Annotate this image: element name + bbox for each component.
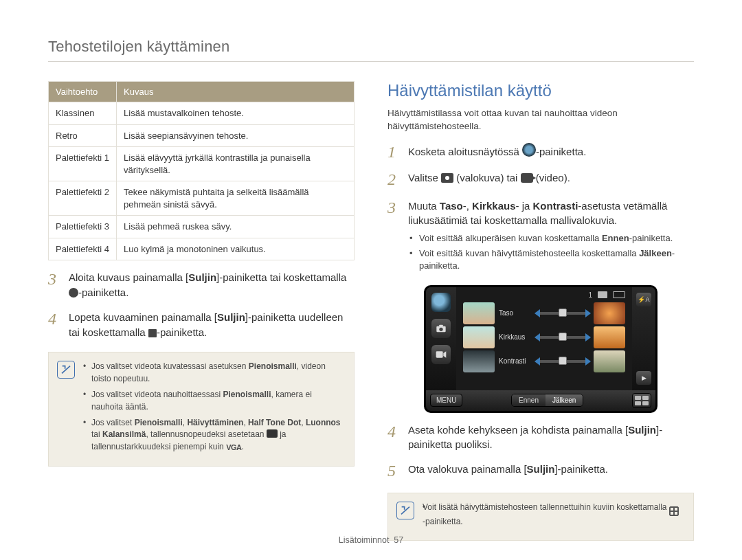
slider-taso[interactable]: Taso	[463, 302, 625, 324]
tab-before[interactable]: Ennen	[512, 394, 546, 406]
sample-after-thumb[interactable]	[594, 302, 625, 324]
page-footer: Lisätoiminnot 57	[0, 535, 742, 545]
playback-icon[interactable]: ▶	[636, 371, 651, 385]
slider-track[interactable]	[536, 312, 589, 315]
right-column: Häivyttämistilan käyttö Häivyttämistilas…	[387, 81, 694, 541]
cell-desc: Lisää mustavalkoinen tehoste.	[117, 102, 355, 125]
text: Valitse	[408, 172, 441, 183]
effects-table: Vaihtoehto Kuvaus KlassinenLisää mustava…	[48, 81, 355, 260]
step-body: Aloita kuvaus painamalla [Suljin]-painik…	[69, 270, 355, 300]
text: Lopeta kuvaaminen painamalla [	[69, 311, 217, 323]
cell-opt: Palettiefekti 3	[49, 216, 117, 238]
left-step-3: 3 Aloita kuvaus painamalla [Suljin]-pain…	[48, 270, 355, 300]
camera-icon[interactable]	[431, 319, 451, 338]
cell-opt: Palettiefekti 2	[49, 181, 117, 216]
cell-desc: Luo kylmä ja monotoninen vaikutus.	[117, 238, 355, 260]
slider-track[interactable]	[536, 360, 589, 363]
left-note-box: Jos valitset videota kuvatessasi asetuks…	[48, 352, 355, 467]
right-step-2: 2 Valitse (valokuva) tai (video).	[387, 170, 694, 188]
step-number: 3	[48, 270, 62, 300]
thumbnail-grid-button[interactable]	[632, 393, 651, 408]
page-title-rule	[48, 61, 694, 62]
text: tai	[91, 429, 102, 439]
right-step-5: 5 Ota valokuva painamalla [Suljin]-paini…	[387, 462, 694, 480]
right-note-box: Voit lisätä häivyttämistehosteen tallenn…	[387, 493, 694, 541]
before-after-tabs[interactable]: Ennen Jälkeen	[511, 394, 583, 407]
menu-button[interactable]: MENU	[430, 394, 462, 407]
note-item: Voit lisätä häivyttämistehosteen tallenn…	[423, 502, 684, 528]
step-number: 1	[387, 143, 401, 161]
text: .	[241, 442, 243, 451]
text: -painiketta.	[423, 517, 463, 526]
footer-page-number: 57	[394, 535, 403, 545]
slider-knob[interactable]	[559, 333, 567, 341]
text: Muuta	[408, 200, 440, 212]
step-number: 5	[387, 462, 401, 480]
stop-square-icon	[148, 329, 157, 337]
sample-after-thumb[interactable]	[594, 350, 625, 372]
slider-knob[interactable]	[559, 309, 567, 317]
video-icon	[521, 173, 533, 183]
text-bold: Kontrasti	[533, 200, 578, 212]
page-title: Tehostetilojen käyttäminen	[48, 38, 694, 56]
left-column: Vaihtoehto Kuvaus KlassinenLisää mustava…	[48, 81, 355, 541]
thumbnail-grid-icon	[669, 506, 679, 516]
cell-opt: Retro	[49, 124, 117, 147]
camera-icon	[441, 173, 453, 183]
text-bold: Kalansilmä	[102, 429, 146, 439]
text: - ja	[515, 200, 532, 212]
video-icon[interactable]	[431, 345, 451, 364]
text: ,	[301, 418, 306, 427]
left-step-4: 4 Lopeta kuvaaminen painamalla [Suljin]-…	[48, 310, 355, 340]
text: Ota valokuva painamalla [	[408, 463, 527, 475]
cell-desc: Lisää pehmeä ruskea sävy.	[117, 216, 355, 238]
text-bold: Suljin	[217, 311, 245, 323]
step-body: Aseta kohde kehykseen ja kohdista painam…	[408, 423, 694, 453]
sample-before-thumb[interactable]	[463, 302, 495, 324]
text-bold: Pienoismalli	[223, 390, 271, 399]
sub-bullet: Voit esittää kuvan häivyttämistehosteell…	[409, 247, 694, 272]
slider-knob[interactable]	[559, 357, 567, 365]
vignette-mode-icon[interactable]	[431, 293, 451, 312]
text-bold: Taso	[440, 200, 463, 212]
slider-track[interactable]	[536, 336, 589, 339]
slider-label: Kirkkaus	[499, 333, 532, 341]
th-option: Vaihtoehto	[49, 82, 117, 102]
flash-auto-icon[interactable]: ⚡A	[636, 293, 651, 306]
tab-after[interactable]: Jälkeen	[546, 394, 583, 406]
text: , tallennusnopeudeksi asetetaan	[146, 429, 266, 439]
text: Voit esittää kuvan häivyttämistehosteell…	[419, 248, 639, 258]
slider-kontrasti[interactable]: Kontrasti	[463, 350, 625, 372]
step-number: 2	[387, 170, 401, 188]
camera-right-panel: ⚡A ▶	[632, 287, 655, 390]
text-bold: Pienoismalli	[249, 361, 297, 371]
text: ]-painiketta tai koskettamalla	[216, 271, 346, 283]
step-body: Valitse (valokuva) tai (video).	[408, 170, 694, 188]
sample-before-thumb[interactable]	[463, 350, 495, 372]
vga-label: VGA	[226, 443, 241, 451]
slider-kirkkaus[interactable]: Kirkkaus	[463, 326, 625, 348]
camera-left-panel	[426, 287, 456, 390]
sample-before-thumb[interactable]	[463, 326, 495, 348]
text: -,	[463, 200, 472, 212]
cell-opt: Klassinen	[49, 102, 117, 125]
text-bold: Suljin	[628, 424, 656, 436]
sample-after-thumb[interactable]	[594, 326, 625, 348]
svg-rect-3	[436, 351, 443, 357]
vga-icon: VGA	[226, 442, 241, 453]
table-row: RetroLisää seepiansävyinen tehoste.	[49, 124, 355, 147]
note-icon	[57, 361, 75, 379]
text: (video).	[533, 172, 570, 183]
text-bold: Suljin	[188, 271, 216, 283]
text: Kosketa aloitusnäytössä	[408, 146, 522, 157]
text: ]-painiketta.	[554, 463, 608, 475]
text: Voit lisätä häivyttämistehosteen tallenn…	[423, 502, 669, 512]
cell-opt: Palettiefekti 4	[49, 238, 117, 260]
text: Jos valitset videota kuvatessasi asetuks…	[91, 361, 249, 371]
svg-point-1	[439, 327, 442, 331]
vignette-mode-icon	[522, 143, 536, 157]
text-bold: Luonnos	[306, 418, 341, 427]
text-bold: Pienoismalli	[135, 418, 183, 427]
slider-label: Kontrasti	[499, 357, 532, 365]
camera-top-indicators: 1	[459, 291, 629, 300]
